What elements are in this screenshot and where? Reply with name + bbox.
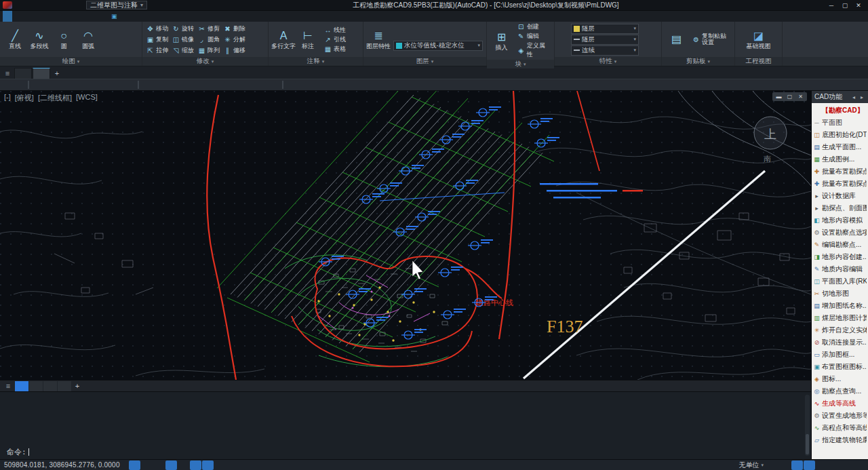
cad-function-item[interactable]: ▱ 指定建筑物轮廓 (812, 434, 868, 446)
draw-small-tool-icon[interactable] (103, 24, 114, 34)
panel-scroll-right-icon[interactable]: ▸ (859, 94, 865, 100)
cad-function-item[interactable]: ◫ 平面图入库(RK) (812, 275, 868, 288)
drawing-canvas[interactable]: [-] [俯视] [二维线框] [WCS] ▬ ▢ ✕ (0, 91, 811, 380)
new-layout-button[interactable]: + (72, 382, 83, 390)
modify-tool-button[interactable]: ◹ 缩放 (171, 45, 195, 56)
tool-icon[interactable] (234, 80, 245, 90)
viewport-controls-button[interactable]: [-] (4, 93, 11, 103)
ribbon-tab[interactable] (31, 11, 41, 22)
tool-icon[interactable] (309, 80, 320, 90)
annotation-autoscale-icon[interactable] (779, 461, 791, 470)
cad-function-item[interactable]: ✚ 批量布置勘探点... (812, 165, 868, 178)
cad-drawing[interactable]: 道路中心线 (0, 91, 811, 380)
cad-function-item[interactable]: ▭ 添加图框... (812, 349, 868, 361)
property-dropdown[interactable]: 随层 ▾ (571, 24, 639, 34)
ribbon-tab[interactable] (69, 11, 79, 22)
ribbon-tab[interactable] (79, 11, 88, 22)
ribbon-tab[interactable] (88, 11, 98, 22)
cad-function-item[interactable]: ⚙ 设置勘察点选项... (812, 227, 868, 239)
snap-icon[interactable] (141, 461, 153, 470)
block-small-button[interactable]: ◈ 定义属性 (516, 41, 551, 59)
tool-icon[interactable] (138, 81, 139, 89)
modify-tool-button[interactable]: ▣ 复制 (145, 34, 170, 45)
tool-icon[interactable] (355, 80, 366, 90)
tool-icon[interactable] (344, 80, 355, 90)
insert-block-button[interactable]: ⊞ 插入 (490, 24, 513, 58)
polyline-tool-button[interactable]: ∿ 多段线 (27, 22, 52, 56)
cad-function-item[interactable]: ▦ 生成图例... (812, 153, 868, 165)
draw-small-tool-icon[interactable] (126, 35, 137, 45)
tool-icon[interactable] (124, 80, 135, 90)
tool-icon[interactable] (32, 80, 43, 90)
ribbon-tab[interactable] (41, 11, 50, 22)
command-scrollbar[interactable] (805, 395, 810, 456)
cad-function-item[interactable]: ✂ 切地形图 (812, 288, 868, 300)
tool-icon[interactable] (113, 80, 123, 90)
tool-icon[interactable] (28, 81, 29, 89)
modify-tool-button[interactable]: ↻ 旋转 (171, 23, 195, 34)
tool-icon[interactable] (257, 80, 268, 90)
modify-tool-button[interactable]: ✂ 修剪 (197, 23, 221, 34)
tool-icon[interactable] (245, 80, 256, 90)
property-dropdown[interactable]: 随层 ▾ (571, 35, 639, 45)
cad-function-item[interactable]: ✚ 批量布置勘探点 (812, 178, 868, 190)
lock-ui-icon[interactable] (828, 461, 840, 470)
document-tab[interactable] (14, 68, 32, 79)
ribbon-tab[interactable] (22, 11, 31, 22)
annotation-scale-icon[interactable] (791, 461, 803, 470)
modify-tool-button[interactable]: ✥ 移动 (145, 23, 170, 34)
ribbon-tab[interactable] (50, 11, 60, 22)
object-snap-tracking-icon[interactable] (190, 461, 201, 470)
document-tab[interactable] (33, 68, 50, 79)
tool-icon[interactable] (332, 80, 343, 90)
tool-icon[interactable] (66, 80, 77, 90)
cad-function-item[interactable]: ◎ 勘察点查询... (812, 385, 868, 397)
ribbon-display-toggle-icon[interactable]: ▣ (107, 11, 121, 22)
panel-scroll-left-icon[interactable]: ◂ (850, 94, 857, 100)
gizmo-icon[interactable] (275, 461, 287, 470)
cad-function-item[interactable]: ◧ 地形内容模拟 (812, 214, 868, 227)
ribbon-tab[interactable] (98, 11, 107, 22)
cad-function-item[interactable]: ◨ 地形内容创建... (812, 251, 868, 263)
tool-icon[interactable] (43, 80, 54, 90)
command-prompt[interactable]: 命令: (7, 447, 804, 456)
doc-restore-button[interactable]: ▢ (785, 92, 795, 101)
tool-icon[interactable] (176, 80, 187, 90)
annotate-small-button[interactable]: ↗ 引线 (323, 35, 347, 44)
minimize-button[interactable]: ─ (825, 2, 838, 9)
panel-label-engineering-views[interactable]: 工程视图 (735, 57, 782, 66)
paste-button[interactable]: ▤ (665, 22, 688, 56)
tool-icon[interactable] (188, 80, 199, 90)
cad-function-item[interactable]: ∿ 高程点和等高线 (812, 422, 868, 434)
selection-filter-icon[interactable] (263, 461, 275, 470)
tool-icon[interactable] (199, 80, 210, 90)
transparency-icon[interactable] (226, 461, 238, 470)
tool-icon[interactable] (153, 80, 164, 90)
layout-tab[interactable] (58, 381, 71, 391)
ribbon-tab[interactable] (60, 11, 69, 22)
doc-close-button[interactable]: ✕ (795, 92, 806, 101)
cad-function-item[interactable]: ✎ 地质内容编辑 (812, 263, 868, 275)
doc-minimize-button[interactable]: ▬ (774, 92, 784, 101)
panel-label-draw[interactable]: 绘图 ▾ (0, 57, 142, 66)
customization-icon[interactable] (852, 461, 864, 470)
isodraft-icon[interactable] (178, 461, 189, 470)
draw-small-tool-icon[interactable] (115, 35, 125, 45)
quick-properties-icon[interactable] (816, 461, 827, 470)
tool-icon[interactable] (55, 80, 66, 90)
base-view-button[interactable]: ◪ 基础视图 (747, 22, 771, 56)
layer-tool-icon[interactable] (395, 29, 403, 39)
workspace-switcher[interactable]: 二维草图与注释 ▾ (86, 1, 147, 9)
cad-function-item[interactable]: ▤ 生成平面图... (812, 141, 868, 153)
draw-small-tool-icon[interactable] (103, 35, 114, 45)
dynamic-ucs-icon[interactable] (251, 461, 262, 470)
viewport-style-button[interactable]: [二维线框] (38, 93, 72, 103)
cad-function-item[interactable]: ▸ 设计数据库 (812, 190, 868, 202)
ribbon-tab[interactable] (3, 11, 12, 22)
layout-tab[interactable] (15, 381, 28, 391)
polar-tracking-icon[interactable] (165, 461, 177, 470)
tool-icon[interactable] (269, 80, 279, 90)
tool-icon[interactable] (90, 80, 100, 90)
panel-label-clipboard[interactable]: 剪贴板 ▾ (662, 57, 734, 66)
draw-small-tool-icon[interactable] (126, 24, 137, 34)
